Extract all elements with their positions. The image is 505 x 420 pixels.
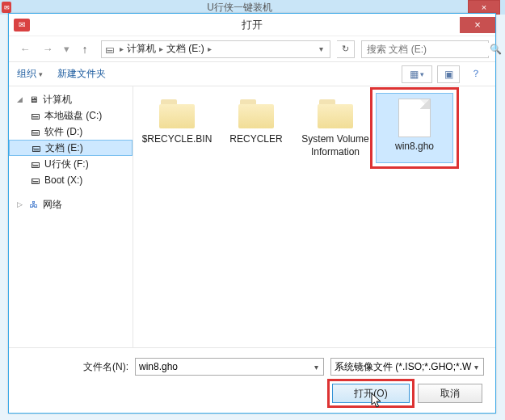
filename-value: win8.gho [139, 361, 313, 372]
tree-label: 文档 (E:) [45, 141, 83, 155]
app-icon: ✉ [14, 19, 30, 32]
up-button[interactable]: ↑ [75, 40, 95, 59]
open-dialog: ✉ 打开 × ← → ▾ ↑ 🖴 ▸ 计算机 ▸ 文档 (E:) ▸ ▾ ↻ [8, 13, 496, 414]
address-dropdown[interactable]: ▾ [316, 44, 326, 53]
computer-icon: 🖥 [27, 94, 40, 105]
drive-icon: 🖴 [105, 44, 116, 54]
open-label: 打开(O) [354, 387, 387, 401]
breadcrumb-sep: ▸ [208, 44, 212, 53]
file-item-folder[interactable]: $RECYCLE.BIN [138, 93, 216, 163]
file-label: RECYCLER [229, 133, 282, 146]
tree-drive-x[interactable]: 🖴 Boot (X:) [9, 172, 133, 188]
file-label: System Volume Information [298, 133, 372, 158]
folder-icon [237, 98, 276, 130]
file-list[interactable]: $RECYCLE.BIN RECYCLER System Volume Info… [133, 86, 495, 347]
search-box[interactable]: 🔍 [361, 40, 489, 58]
file-item-folder[interactable]: RECYCLER [217, 93, 295, 163]
bottom-panel: 文件名(N): win8.gho ▾ 系统镜像文件 (*.ISO;*.GHO;*… [9, 347, 495, 413]
tree-label: 软件 (D:) [44, 125, 82, 139]
drive-icon: 🖴 [28, 158, 41, 170]
close-button[interactable]: × [460, 17, 495, 33]
drive-icon: 🖴 [28, 126, 41, 137]
chevron-down-icon: ▾ [420, 70, 424, 78]
preview-icon: ▣ [444, 69, 453, 80]
drive-icon: 🖴 [29, 142, 42, 153]
filetype-value: 系统镜像文件 (*.ISO;*.GHO;*.W [335, 360, 473, 374]
file-icon [398, 99, 431, 137]
tree-computer[interactable]: ◢ 🖥 计算机 [9, 91, 133, 107]
file-label: win8.gho [395, 141, 434, 153]
network-icon: 🖧 [27, 199, 40, 210]
preview-pane-button[interactable]: ▣ [437, 65, 460, 83]
organize-label: 组织 [17, 67, 36, 81]
filename-label: 文件名(N): [41, 360, 128, 374]
forward-button[interactable]: → [38, 40, 57, 59]
tree-network[interactable]: ▷ 🖧 网络 [9, 196, 133, 212]
tree-label: U行侠 (F:) [44, 158, 89, 171]
filename-combo[interactable]: win8.gho ▾ [135, 358, 324, 376]
refresh-icon: ↻ [342, 44, 349, 54]
organize-button[interactable]: 组织 ▾ [17, 67, 43, 81]
bg-title: U行侠一键装机 [11, 1, 468, 15]
tree-drive-e[interactable]: 🖴 文档 (E:) [9, 140, 133, 156]
new-folder-label: 新建文件夹 [57, 67, 106, 81]
help-button[interactable]: ？ [465, 65, 487, 83]
expand-icon[interactable]: ◢ [15, 95, 23, 103]
breadcrumb-sep: ▸ [159, 44, 163, 53]
chevron-down-icon[interactable]: ▾ [473, 363, 480, 372]
chevron-down-icon: ▾ [64, 43, 69, 55]
chevron-down-icon: ▾ [39, 70, 43, 78]
open-button[interactable]: 打开(O) [332, 384, 410, 403]
search-icon: 🔍 [490, 44, 502, 55]
up-icon: ↑ [82, 43, 88, 56]
back-button[interactable]: ← [15, 40, 35, 59]
address-bar[interactable]: 🖴 ▸ 计算机 ▸ 文档 (E:) ▸ ▾ [101, 40, 330, 58]
nav-row: ← → ▾ ↑ 🖴 ▸ 计算机 ▸ 文档 (E:) ▸ ▾ ↻ 🔍 [9, 36, 495, 62]
tree-label: 计算机 [43, 93, 72, 107]
file-item-gho[interactable]: win8.gho [376, 93, 453, 163]
folder-icon [316, 98, 355, 130]
cancel-button[interactable]: 取消 [418, 384, 482, 403]
file-label: $RECYCLE.BIN [142, 133, 213, 146]
cancel-label: 取消 [440, 387, 460, 401]
expand-icon[interactable]: ▷ [15, 200, 23, 208]
recent-dropdown[interactable]: ▾ [61, 40, 72, 59]
titlebar: ✉ 打开 × [9, 14, 495, 36]
sidebar: ◢ 🖥 计算机 🖴 本地磁盘 (C:) 🖴 软件 (D:) 🖴 文档 (E:) [9, 86, 133, 347]
toolbar: 组织 ▾ 新建文件夹 ▦ ▾ ▣ ？ [9, 62, 495, 86]
search-input[interactable] [365, 43, 490, 56]
dialog-title: 打开 [9, 18, 495, 32]
filetype-combo[interactable]: 系统镜像文件 (*.ISO;*.GHO;*.W ▾ [330, 358, 484, 376]
tree-drive-c[interactable]: 🖴 本地磁盘 (C:) [9, 107, 133, 124]
chevron-down-icon[interactable]: ▾ [313, 363, 320, 372]
refresh-button[interactable]: ↻ [337, 40, 355, 58]
new-folder-button[interactable]: 新建文件夹 [57, 67, 106, 81]
tree-drive-d[interactable]: 🖴 软件 (D:) [9, 124, 133, 140]
help-icon: ？ [471, 67, 481, 81]
tree-drive-f[interactable]: 🖴 U行侠 (F:) [9, 156, 133, 172]
forward-icon: → [43, 43, 53, 55]
bg-app-icon: ✉ [2, 2, 11, 13]
tree-label: 本地磁盘 (C:) [44, 109, 102, 123]
view-icon: ▦ [410, 69, 419, 80]
drive-icon: 🖴 [28, 174, 41, 186]
breadcrumb-seg[interactable]: 文档 (E:) [166, 42, 204, 56]
breadcrumb-sep: ▸ [120, 44, 124, 53]
drive-icon: 🖴 [28, 110, 41, 121]
file-item-folder[interactable]: System Volume Information [297, 93, 374, 163]
breadcrumb-seg[interactable]: 计算机 [127, 42, 156, 56]
folder-icon [158, 98, 196, 130]
back-icon: ← [20, 43, 31, 55]
tree-label: Boot (X:) [44, 174, 82, 186]
view-button[interactable]: ▦ ▾ [402, 65, 432, 83]
tree-label: 网络 [43, 198, 62, 212]
